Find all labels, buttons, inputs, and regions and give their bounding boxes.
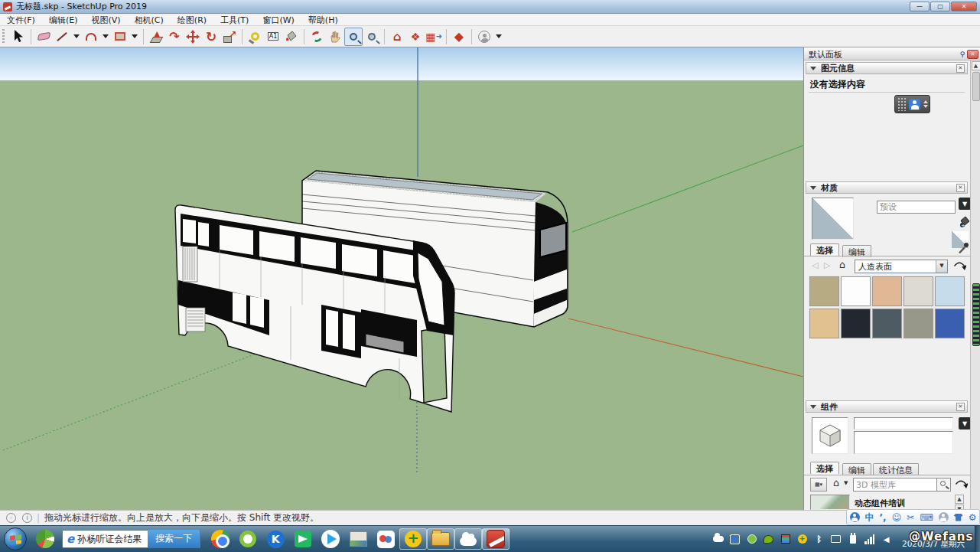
select-tool-button[interactable] (9, 28, 28, 46)
taskbar-baidu-cloud[interactable] (454, 528, 482, 550)
eyedropper-button[interactable] (957, 242, 969, 257)
material-swatch[interactable] (935, 276, 965, 306)
rectangle-tool-button[interactable] (111, 28, 129, 46)
tray-display-icon[interactable] (830, 534, 842, 545)
component-name-field[interactable] (854, 417, 953, 430)
maximize-button[interactable]: ▢ (930, 2, 950, 11)
tray-plus-icon[interactable]: + (796, 534, 808, 545)
geolocation-icon[interactable]: ◦ (6, 513, 16, 523)
share-model-button[interactable]: ❖ (406, 28, 425, 46)
tray-nvidia-icon[interactable] (763, 534, 774, 545)
taskbar-kugou[interactable]: K (262, 528, 289, 550)
menu-tools[interactable]: 工具(T) (213, 15, 256, 26)
taskbar-kuaiya[interactable]: + (399, 528, 427, 550)
zoom-extents-tool-button[interactable]: ✕ (363, 28, 381, 46)
tray-volume-icon[interactable]: ◀ (881, 534, 892, 545)
ime-scissors-icon[interactable]: ✂ (907, 513, 914, 522)
menu-camera[interactable]: 相机(C) (128, 15, 171, 26)
menu-window[interactable]: 窗口(W) (256, 15, 301, 26)
entity-info-header[interactable]: 图元信息 ✕ (806, 62, 968, 74)
material-swatch[interactable] (809, 309, 839, 338)
material-swatch[interactable] (872, 276, 902, 306)
components-details-button[interactable] (954, 478, 968, 495)
taskbar-qq-app[interactable] (372, 528, 399, 550)
view-options-button[interactable]: ▦▾ (810, 478, 827, 492)
tape-measure-tool-button[interactable] (246, 28, 264, 46)
back-arrow-icon[interactable]: ◁ (812, 260, 818, 270)
components-tab-edit[interactable]: 编辑 (842, 463, 871, 475)
material-swatch[interactable] (841, 309, 871, 338)
close-button[interactable]: ✕ (951, 2, 977, 11)
ime-user-icon[interactable] (939, 512, 949, 522)
tray-stack-icon[interactable] (780, 534, 791, 545)
tray-ime-icon[interactable] (729, 534, 741, 545)
components-header[interactable]: 组件 ✕ (806, 400, 968, 413)
materials-header[interactable]: 材质 ✕ (806, 181, 968, 194)
ime-emoji-icon[interactable]: ☺ (892, 513, 902, 522)
material-name-field[interactable] (877, 201, 956, 214)
home-icon[interactable]: ⌂ (839, 259, 845, 270)
account-dropdown[interactable] (496, 34, 502, 38)
menu-view[interactable]: 视图(V) (84, 15, 127, 26)
materials-close[interactable]: ✕ (956, 184, 965, 192)
taskbar-explorer[interactable] (427, 528, 454, 550)
scrollbar-thumb[interactable] (972, 72, 980, 101)
material-swatch[interactable] (841, 276, 871, 306)
3d-warehouse-search-input[interactable] (853, 478, 937, 492)
orbit-tool-button[interactable] (308, 28, 326, 46)
scale-tool-button[interactable]: ↗ (220, 28, 239, 46)
entity-visibility-widget[interactable] (894, 95, 930, 113)
material-swatch[interactable] (935, 309, 965, 338)
ime-punctuation-icon[interactable]: ’, (880, 513, 887, 522)
scrollbar-green-thumb[interactable] (972, 283, 980, 346)
layout-button[interactable]: ◆ (450, 28, 468, 46)
taskbar-search-text[interactable]: 孙杨听证会结果 (74, 533, 148, 546)
show-desktop-button[interactable] (975, 526, 980, 552)
rectangle-tool-dropdown[interactable] (132, 34, 138, 38)
ime-language-mode[interactable]: 中 (865, 513, 874, 522)
components-secondary-pane-button[interactable]: ▼ (959, 417, 971, 430)
paint-bucket-tool-button[interactable] (282, 28, 301, 46)
components-home-icon[interactable]: ⌂ (833, 477, 839, 488)
ime-skin-icon[interactable] (954, 514, 963, 521)
tray-cloud-icon[interactable] (712, 534, 724, 545)
ime-keyboard-icon[interactable]: ⌨ (920, 513, 933, 522)
taskbar-search-button[interactable]: 搜索一下 (148, 530, 200, 548)
tray-360-icon[interactable] (746, 534, 757, 545)
material-swatch[interactable] (809, 276, 839, 306)
arc-tool-button[interactable] (82, 28, 100, 46)
pin-icon[interactable]: ⚲ (958, 50, 967, 59)
tray-scrollbar[interactable]: ▲ (970, 60, 980, 510)
line-tool-button[interactable] (53, 28, 71, 46)
component-thumbnail[interactable] (810, 495, 850, 510)
zoom-tool-button[interactable] (344, 28, 363, 46)
3d-warehouse-button[interactable]: ⌂ (388, 28, 406, 46)
menu-edit[interactable]: 编辑(E) (42, 15, 85, 26)
ime-settings-gear-icon[interactable]: ⚙ (969, 513, 977, 522)
taskbar-search-deskband[interactable]: e 孙杨听证会结果 搜索一下 (62, 530, 200, 548)
materials-tab-select[interactable]: 选择 (810, 243, 839, 256)
pan-tool-button[interactable] (326, 28, 344, 46)
ime-account-icon[interactable] (850, 512, 860, 522)
tray-close-button[interactable]: ✕ (967, 50, 978, 59)
material-collection-dropdown[interactable]: 人造表面 ▼ (855, 260, 948, 273)
account-button[interactable] (475, 28, 493, 46)
menu-draw[interactable]: 绘图(R) (171, 15, 213, 26)
list-scroll-up[interactable]: ▲ (955, 495, 964, 504)
scroll-up-arrow[interactable]: ▲ (972, 61, 980, 70)
component-description-box[interactable] (854, 431, 953, 454)
start-button[interactable] (4, 528, 27, 550)
dropdown-arrow-icon[interactable]: ▼ (936, 260, 947, 273)
follow-me-tool-button[interactable]: ↷ (165, 28, 184, 46)
search-button[interactable] (937, 478, 951, 492)
taskbar-360-safe[interactable] (31, 528, 59, 550)
taskbar-sketchup[interactable] (482, 528, 510, 550)
visibility-spinner[interactable] (923, 100, 928, 108)
secondary-pane-button[interactable]: ▼ (959, 198, 971, 210)
eraser-tool-button[interactable] (34, 28, 53, 46)
3d-viewport[interactable] (0, 47, 803, 510)
material-swatch[interactable] (872, 309, 902, 338)
taskbar-youdao[interactable] (289, 528, 317, 550)
material-preview-swatch[interactable] (812, 198, 854, 240)
minimize-button[interactable]: — (910, 2, 930, 11)
